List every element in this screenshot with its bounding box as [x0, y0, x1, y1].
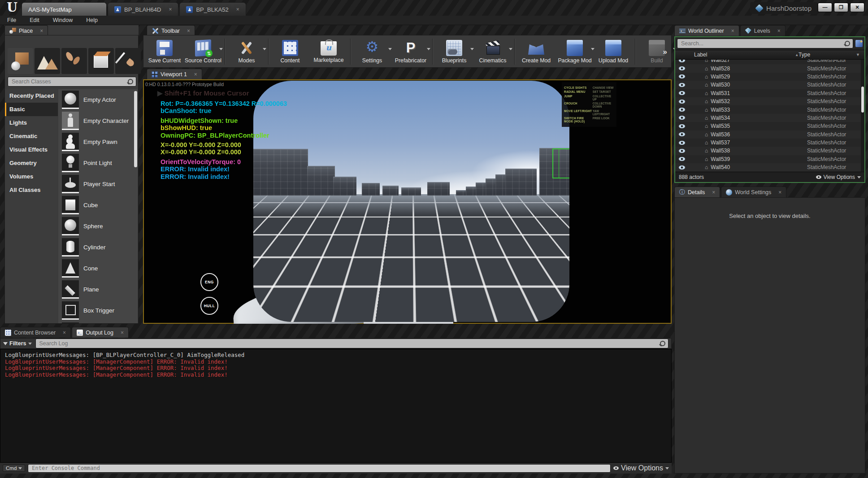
place-category[interactable]: Cinematic: [5, 130, 58, 143]
tab-viewport-1[interactable]: Viewport 1: [147, 69, 202, 79]
close-icon[interactable]: [731, 28, 734, 34]
document-tab[interactable]: BP_BLKA52: [179, 2, 246, 16]
outliner-row[interactable]: ⌂ Wall529 StaticMeshActor: [675, 73, 864, 81]
toolbar-button[interactable]: Settings: [353, 38, 391, 65]
close-icon[interactable]: [778, 189, 781, 196]
place-category[interactable]: Volumes: [5, 170, 58, 183]
visibility-eye-icon[interactable]: [679, 74, 685, 78]
mode-geometry-button[interactable]: [88, 48, 114, 74]
outliner-row[interactable]: ⌂ Wall537 StaticMeshActor: [675, 139, 864, 147]
place-category[interactable]: Visual Effects: [5, 143, 58, 156]
close-icon[interactable]: [187, 28, 190, 34]
tab-place[interactable]: Place: [4, 25, 48, 36]
bottom-tab[interactable]: Content Browser: [0, 327, 71, 338]
outliner-row[interactable]: ⌂ Wall536 StaticMeshActor: [675, 130, 864, 139]
outliner-row[interactable]: ⌂ Wall535 StaticMeshActor: [675, 122, 864, 130]
place-item[interactable]: Empty Pawn: [58, 131, 138, 152]
outliner-add-filter-icon[interactable]: [855, 40, 863, 47]
visibility-eye-icon[interactable]: [679, 141, 685, 145]
mode-paint-button[interactable]: [115, 48, 141, 74]
toolbar-button[interactable]: Content: [271, 38, 309, 65]
place-category[interactable]: Geometry: [5, 156, 58, 170]
chevron-down-icon[interactable]: [219, 48, 223, 50]
visibility-eye-icon[interactable]: [679, 83, 685, 87]
mode-landscape-button[interactable]: [35, 48, 60, 74]
document-tab[interactable]: BP_BLAH64D: [108, 2, 178, 16]
visibility-eye-icon[interactable]: [679, 60, 685, 62]
window-control-button[interactable]: —: [818, 3, 832, 12]
log-search-input[interactable]: [39, 340, 660, 347]
place-item[interactable]: Cylinder: [58, 237, 138, 258]
visibility-eye-icon[interactable]: [679, 100, 685, 104]
bottom-tab[interactable]: Output Log: [72, 327, 129, 338]
visibility-eye-icon[interactable]: [679, 132, 685, 136]
scrollbar-thumb[interactable]: [861, 87, 864, 113]
menu-item[interactable]: Help: [86, 17, 98, 23]
mode-place-button[interactable]: [8, 48, 33, 74]
outliner-row[interactable]: ⌂ Wall528 StaticMeshActor: [675, 64, 864, 72]
visibility-eye-icon[interactable]: [679, 91, 685, 95]
outliner-row[interactable]: ⌂ Wall534 StaticMeshActor: [675, 114, 864, 122]
visibility-eye-icon[interactable]: [679, 66, 685, 70]
menu-item[interactable]: Window: [53, 17, 73, 23]
game-viewport[interactable]: 0:HD 0.13.0.1-#0-??? Prototype Build Shi…: [143, 79, 672, 324]
close-icon[interactable]: [236, 6, 239, 13]
place-scrollbar[interactable]: [134, 91, 137, 167]
toolbar-button[interactable]: Marketplace: [309, 39, 348, 64]
toolbar-button[interactable]: Prefabricator: [391, 38, 430, 65]
place-category[interactable]: Basic: [5, 103, 58, 116]
close-icon[interactable]: [712, 189, 715, 196]
toolbar-button[interactable]: Build: [638, 38, 676, 65]
place-item[interactable]: Sphere: [58, 216, 138, 237]
close-icon[interactable]: [63, 330, 66, 336]
search-classes-input[interactable]: [11, 78, 128, 85]
chevron-down-icon[interactable]: [509, 48, 512, 50]
place-category[interactable]: Lights: [5, 116, 58, 130]
toolbar-button[interactable]: Save Current: [145, 38, 184, 65]
close-icon[interactable]: [40, 28, 43, 34]
outliner-row[interactable]: ⌂ Wall530 StaticMeshActor: [675, 81, 864, 89]
column-type[interactable]: Type: [799, 52, 856, 58]
visibility-eye-icon[interactable]: [679, 149, 685, 153]
outliner-scrollbar[interactable]: [861, 60, 864, 172]
output-log-area[interactable]: LogBlueprintUserMessages: [BP_BLPlayerCo…: [0, 349, 672, 463]
details-tab[interactable]: World Settings: [721, 187, 786, 197]
outliner-row[interactable]: ⌂ Wall538 StaticMeshActor: [675, 147, 864, 155]
chevron-down-icon[interactable]: [263, 48, 266, 50]
place-category[interactable]: All Classes: [5, 183, 58, 197]
tab-toolbar[interactable]: Toolbar: [147, 25, 195, 36]
console-command-input[interactable]: [31, 465, 608, 472]
log-filters-button[interactable]: Filters: [3, 340, 32, 347]
place-item[interactable]: Plane: [58, 279, 138, 300]
column-label[interactable]: Label: [675, 52, 771, 58]
chevron-down-icon[interactable]: [427, 48, 430, 50]
sort-ascending-icon[interactable]: ▲: [795, 53, 799, 57]
outliner-row[interactable]: ⌂ Wall531 StaticMeshActor: [675, 89, 864, 97]
toolbar-button[interactable]: Blueprints: [435, 38, 473, 65]
toolbar-overflow-chevron[interactable]: »: [663, 48, 669, 56]
outliner-view-options[interactable]: View Options: [816, 174, 861, 180]
toolbar-button[interactable]: Create Mod: [517, 38, 556, 65]
close-icon[interactable]: [121, 330, 124, 336]
visibility-eye-icon[interactable]: [679, 124, 685, 128]
user-chip[interactable]: HarshDoorstop: [750, 2, 818, 14]
toolbar-button[interactable]: Cinematics: [473, 38, 512, 65]
place-item[interactable]: Sphere Trigger: [58, 321, 138, 323]
log-view-options[interactable]: View Options: [613, 464, 669, 472]
outliner-row[interactable]: ⌂ Wall532 StaticMeshActor: [675, 97, 864, 105]
cmd-dropdown-button[interactable]: Cmd: [3, 465, 25, 472]
toolbar-button[interactable]: Upload Mod: [594, 38, 633, 65]
toolbar-button[interactable]: Package Mod: [556, 38, 594, 65]
place-item[interactable]: Empty Character: [58, 110, 138, 131]
visibility-eye-icon[interactable]: [679, 165, 685, 169]
toolbar-button[interactable]: Source Control: [184, 38, 222, 65]
details-tab[interactable]: ⓘ Details: [674, 187, 720, 197]
outliner-row[interactable]: ⌂ Wall540 StaticMeshActor: [675, 163, 864, 171]
toolbar-button[interactable]: Modes: [227, 38, 266, 65]
place-item[interactable]: Cube: [58, 195, 138, 216]
close-icon[interactable]: [194, 71, 197, 78]
document-tab[interactable]: AAS-MyTestMap: [22, 2, 107, 16]
outliner-tab[interactable]: World Outliner: [674, 25, 739, 36]
visibility-eye-icon[interactable]: [679, 108, 685, 112]
place-item[interactable]: Box Trigger: [58, 300, 138, 321]
